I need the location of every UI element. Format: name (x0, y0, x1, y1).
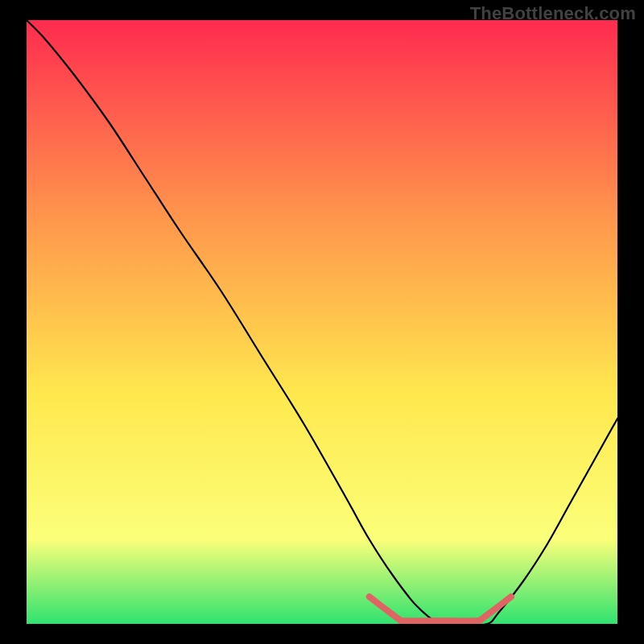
watermark-text: TheBottleneck.com (470, 3, 636, 24)
chart-svg (27, 20, 617, 624)
plot-area (27, 20, 617, 624)
chart-frame: TheBottleneck.com (0, 0, 644, 644)
gradient-background (27, 20, 617, 624)
